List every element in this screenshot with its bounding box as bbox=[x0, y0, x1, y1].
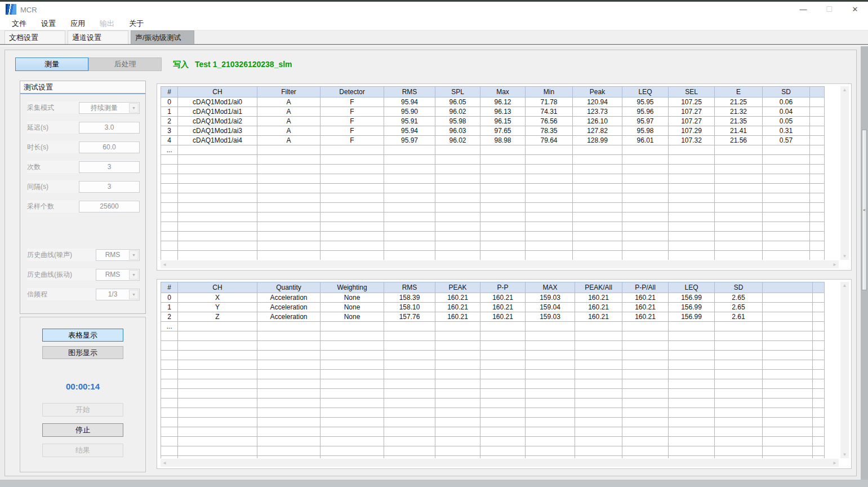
table-cell bbox=[763, 408, 813, 418]
table-cell bbox=[321, 322, 384, 331]
minimize-button[interactable]: — bbox=[790, 2, 816, 17]
table-row[interactable]: 0XAccelerationNone158.39160.21160.21159.… bbox=[161, 293, 825, 303]
table-cell bbox=[813, 312, 825, 322]
table-cell bbox=[813, 389, 825, 399]
menu-item[interactable]: 设置 bbox=[34, 17, 63, 30]
tab[interactable]: 声/振动级测试 bbox=[131, 30, 194, 44]
table-cell bbox=[669, 456, 715, 459]
stop-button[interactable]: 停止 bbox=[42, 423, 123, 437]
column-header: PEAK/All bbox=[575, 282, 622, 293]
setting-dropdown[interactable]: RMS▼ bbox=[96, 249, 140, 261]
table-row[interactable]: ... bbox=[161, 322, 825, 331]
tab[interactable]: 通道设置 bbox=[68, 30, 128, 44]
table-row[interactable]: 2cDAQ1Mod1/ai2AF95.9195.9896.1576.56126.… bbox=[161, 117, 825, 126]
table-cell: 96.01 bbox=[622, 136, 669, 145]
table-cell bbox=[257, 251, 321, 260]
column-header bbox=[813, 282, 825, 293]
table-cell: A bbox=[257, 107, 321, 117]
table-cell bbox=[669, 341, 715, 351]
result-button[interactable]: 结果 bbox=[42, 444, 123, 457]
table-cell: cDAQ1Mod1/ai3 bbox=[178, 126, 257, 136]
table-cell bbox=[435, 184, 480, 193]
table-row[interactable]: 1YAccelerationNone158.10160.21160.21159.… bbox=[161, 303, 825, 312]
start-button[interactable]: 开始 bbox=[42, 403, 123, 417]
chevron-down-icon[interactable]: ▼ bbox=[129, 270, 139, 280]
graph-display-button[interactable]: 图形显示 bbox=[42, 346, 123, 359]
measure-mode-button[interactable]: 测量 bbox=[15, 57, 88, 71]
table-cell bbox=[715, 456, 763, 459]
column-header: LEQ bbox=[622, 87, 669, 98]
vibration-table-horizontal-scrollbar[interactable]: ◄ ► bbox=[161, 459, 839, 467]
vibration-table-vertical-scrollbar[interactable]: ▲ ▼ bbox=[840, 282, 849, 458]
table-cell bbox=[526, 427, 575, 437]
table-cell: X bbox=[178, 293, 257, 303]
table-cell: 95.90 bbox=[384, 107, 435, 117]
table-row[interactable]: 0cDAQ1Mod1/ai0AF95.9496.0596.1271.78120.… bbox=[161, 98, 825, 107]
table-cell: 159.03 bbox=[526, 312, 575, 322]
table-row[interactable]: 1cDAQ1Mod1/ai1AF95.9096.0296.1374.31123.… bbox=[161, 107, 825, 117]
table-cell bbox=[810, 241, 825, 251]
setting-row: 历史曲线(振动)RMS▼ bbox=[27, 268, 140, 281]
table-cell bbox=[669, 174, 715, 184]
chevron-down-icon[interactable]: ▼ bbox=[129, 290, 139, 299]
postprocess-mode-button[interactable]: 后处理 bbox=[88, 57, 162, 71]
setting-dropdown[interactable]: RMS▼ bbox=[96, 269, 140, 281]
table-cell bbox=[435, 174, 480, 184]
menu-item[interactable]: 应用 bbox=[63, 17, 92, 30]
table-cell bbox=[321, 389, 384, 399]
table-cell bbox=[715, 241, 763, 251]
table-cell bbox=[161, 232, 178, 241]
scroll-right-icon[interactable]: ► bbox=[831, 459, 839, 467]
chevron-down-icon[interactable]: ▼ bbox=[129, 103, 139, 113]
scroll-up-icon[interactable]: ▲ bbox=[841, 86, 849, 94]
scroll-left-icon[interactable]: ◄ bbox=[161, 261, 168, 268]
table-cell bbox=[763, 174, 810, 184]
table-row bbox=[161, 165, 825, 174]
chevron-down-icon[interactable]: ▼ bbox=[129, 250, 139, 260]
table-row[interactable]: 4cDAQ1Mod1/ai4AF95.9796.0298.9879.64128.… bbox=[161, 136, 825, 145]
table-cell bbox=[763, 370, 813, 379]
side-panel-collapse-handle[interactable]: < bbox=[862, 130, 867, 290]
setting-dropdown[interactable]: 1/3▼ bbox=[96, 289, 140, 300]
table-cell bbox=[810, 107, 825, 117]
table-cell bbox=[178, 341, 257, 351]
table-cell bbox=[810, 251, 825, 260]
scroll-down-icon[interactable]: ▼ bbox=[841, 253, 849, 260]
setting-input[interactable]: 60.0 bbox=[79, 141, 140, 153]
table-row[interactable]: 2ZAccelerationNone157.76160.21160.21159.… bbox=[161, 312, 825, 322]
table-cell bbox=[813, 370, 825, 379]
table-cell bbox=[384, 145, 435, 155]
table-cell bbox=[813, 341, 825, 351]
table-row bbox=[161, 351, 825, 360]
sound-table-vertical-scrollbar[interactable]: ▲ ▼ bbox=[840, 86, 849, 260]
table-cell: 78.35 bbox=[526, 126, 573, 136]
table-cell bbox=[384, 331, 435, 341]
scroll-left-icon[interactable]: ◄ bbox=[161, 459, 168, 467]
table-cell bbox=[161, 418, 178, 427]
menu-item[interactable]: 关于 bbox=[122, 17, 151, 30]
table-cell bbox=[178, 232, 257, 241]
menu-item[interactable]: 文件 bbox=[5, 17, 34, 30]
table-row[interactable]: 3cDAQ1Mod1/ai3AF95.9496.0397.6578.35127.… bbox=[161, 126, 825, 136]
maximize-button[interactable]: ☐ bbox=[816, 2, 842, 17]
table-cell bbox=[257, 360, 321, 370]
table-cell bbox=[480, 408, 526, 418]
table-display-button[interactable]: 表格显示 bbox=[42, 329, 123, 342]
setting-input[interactable]: 3 bbox=[79, 161, 140, 173]
table-cell bbox=[526, 322, 575, 331]
tab[interactable]: 文档设置 bbox=[5, 30, 65, 44]
scroll-up-icon[interactable]: ▲ bbox=[841, 282, 849, 289]
table-row[interactable]: ... bbox=[161, 145, 825, 155]
setting-input[interactable]: 3 bbox=[79, 181, 140, 193]
table-cell: ... bbox=[161, 145, 178, 155]
table-cell bbox=[384, 370, 435, 379]
sound-table-horizontal-scrollbar[interactable]: ◄ ► bbox=[161, 260, 839, 268]
scroll-down-icon[interactable]: ▼ bbox=[841, 451, 849, 458]
setting-dropdown[interactable]: 持续测量▼ bbox=[79, 102, 140, 114]
scroll-right-icon[interactable]: ► bbox=[831, 261, 839, 268]
setting-input[interactable]: 3.0 bbox=[79, 122, 140, 134]
table-cell bbox=[622, 212, 669, 222]
setting-input[interactable]: 25600 bbox=[79, 201, 140, 212]
control-groupbox: 表格显示 图形显示 00:00:14 开始 停止 结果 bbox=[20, 317, 146, 472]
close-button[interactable]: ✕ bbox=[842, 2, 868, 17]
